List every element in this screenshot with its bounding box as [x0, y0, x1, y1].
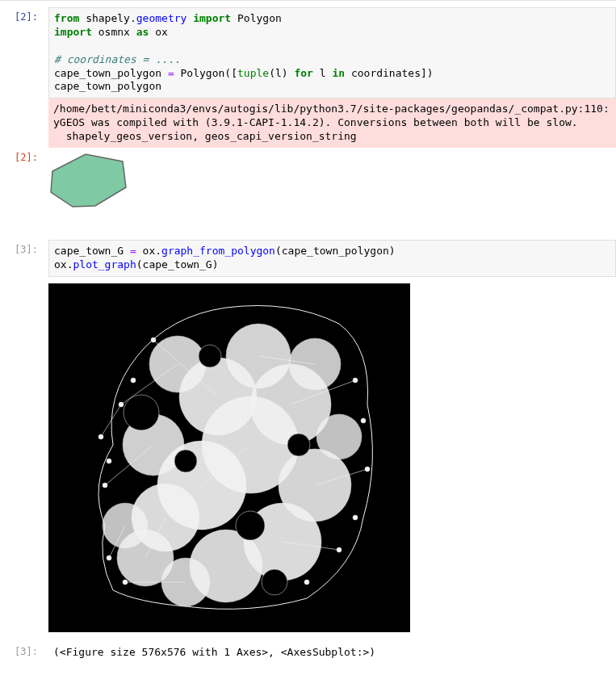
warning-content: /home/bett/miniconda3/envs/autogis/lib/p… [44, 99, 616, 148]
svg-point-19 [236, 511, 265, 540]
cell-divider [0, 0, 616, 1]
input-content-3: cape_town_G = ox.graph_from_polygon(cape… [44, 240, 616, 277]
code-block-3[interactable]: cape_town_G = ox.graph_from_polygon(cape… [48, 240, 616, 277]
out3-text: (<Figure size 576x576 with 1 Axes>, <Axe… [48, 642, 616, 664]
svg-marker-0 [51, 154, 126, 207]
graph-output-cell [0, 277, 616, 642]
empty-prompt-2 [0, 277, 44, 642]
output-cell-3: [3]: (<Figure size 576x576 with 1 Axes>,… [0, 642, 616, 664]
input-cell-3: [3]: cape_town_G = ox.graph_from_polygon… [0, 240, 616, 277]
out-prompt-2: [2]: [0, 148, 44, 216]
out-prompt-3: [3]: [0, 642, 44, 664]
spacer [0, 216, 616, 240]
output-content-3: (<Figure size 576x576 with 1 Axes>, <Axe… [44, 642, 616, 664]
input-cell-2: [2]: from shapely.geometry import Polygo… [0, 7, 616, 99]
warning-cell: /home/bett/miniconda3/envs/autogis/lib/p… [0, 99, 616, 148]
svg-point-25 [107, 459, 111, 463]
svg-point-33 [353, 515, 358, 520]
warning-text: /home/bett/miniconda3/envs/autogis/lib/p… [48, 99, 616, 148]
svg-point-35 [304, 580, 309, 585]
svg-point-18 [124, 395, 159, 430]
output-cell-2: [2]: [0, 148, 616, 216]
svg-point-23 [262, 569, 287, 595]
code-block-2[interactable]: from shapely.geometry import Polygon imp… [48, 7, 616, 99]
svg-point-28 [131, 378, 136, 383]
in-prompt-3: [3]: [0, 240, 44, 277]
svg-point-22 [199, 345, 221, 367]
svg-point-31 [361, 418, 366, 423]
input-content-2: from shapely.geometry import Polygon imp… [44, 7, 616, 99]
svg-point-20 [174, 450, 197, 472]
polygon-icon [48, 152, 129, 208]
in-prompt-2: [2]: [0, 7, 44, 99]
svg-point-17 [316, 414, 362, 459]
output-content-2 [44, 148, 616, 216]
empty-prompt [0, 99, 44, 148]
svg-point-21 [287, 434, 310, 456]
network-graph-icon [48, 283, 410, 632]
graph-output-content [44, 277, 616, 642]
